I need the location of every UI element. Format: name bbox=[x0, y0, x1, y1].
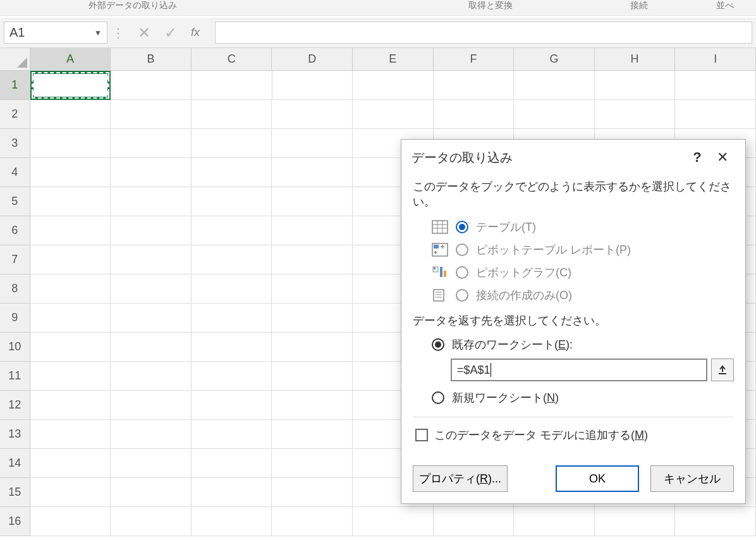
cell-G16[interactable] bbox=[514, 507, 595, 536]
cell-C16[interactable] bbox=[192, 507, 272, 536]
cell-D8[interactable] bbox=[272, 274, 353, 304]
cell-H1[interactable] bbox=[595, 71, 676, 100]
cell-B12[interactable] bbox=[111, 391, 192, 420]
row-header-3[interactable]: 3 bbox=[0, 129, 30, 158]
option-pivot-chart[interactable]: ピボットグラフ(C) bbox=[413, 261, 734, 284]
cell-A10[interactable] bbox=[30, 333, 111, 362]
column-header-I[interactable]: I bbox=[675, 48, 756, 71]
cell-C7[interactable] bbox=[192, 245, 272, 274]
cell-A15[interactable] bbox=[30, 478, 111, 507]
cell-C1[interactable] bbox=[192, 71, 272, 100]
formula-input[interactable] bbox=[215, 21, 752, 44]
row-header-15[interactable]: 15 bbox=[0, 478, 30, 507]
cell-D1[interactable] bbox=[272, 71, 353, 100]
radio-pivot-chart[interactable] bbox=[456, 266, 468, 279]
cell-C15[interactable] bbox=[192, 478, 272, 507]
cell-D5[interactable] bbox=[272, 187, 353, 216]
cell-B16[interactable] bbox=[111, 507, 192, 536]
cell-A14[interactable] bbox=[30, 449, 111, 478]
option-connection-only[interactable]: 接続の作成のみ(O) bbox=[413, 284, 734, 307]
cell-C9[interactable] bbox=[192, 304, 272, 333]
row-header-5[interactable]: 5 bbox=[0, 187, 30, 216]
radio-pivot-table[interactable] bbox=[456, 243, 468, 256]
row-header-14[interactable]: 14 bbox=[0, 449, 30, 478]
cell-C12[interactable] bbox=[192, 391, 272, 420]
row-header-11[interactable]: 11 bbox=[0, 362, 30, 391]
column-header-A[interactable]: A bbox=[30, 48, 111, 71]
cell-G1[interactable] bbox=[514, 71, 595, 100]
cell-G2[interactable] bbox=[514, 100, 595, 129]
properties-button[interactable]: プロパティ(R)... bbox=[413, 465, 508, 492]
cell-E16[interactable] bbox=[353, 507, 434, 536]
radio-new-worksheet[interactable] bbox=[432, 391, 444, 404]
cell-A1[interactable] bbox=[30, 71, 111, 100]
row-header-16[interactable]: 16 bbox=[0, 507, 30, 536]
range-reference-input[interactable]: =$A$1 bbox=[451, 359, 707, 381]
row-header-12[interactable]: 12 bbox=[0, 391, 30, 420]
cell-D4[interactable] bbox=[272, 158, 353, 187]
cell-C5[interactable] bbox=[192, 187, 272, 216]
option-pivot-table[interactable]: ピボットテーブル レポート(P) bbox=[413, 238, 734, 261]
cell-D7[interactable] bbox=[272, 245, 353, 274]
column-header-D[interactable]: D bbox=[272, 48, 353, 71]
cell-B13[interactable] bbox=[111, 420, 192, 449]
cell-F16[interactable] bbox=[434, 507, 515, 536]
cell-I2[interactable] bbox=[675, 100, 756, 129]
row-header-4[interactable]: 4 bbox=[0, 158, 30, 187]
cell-B5[interactable] bbox=[111, 187, 192, 216]
name-box[interactable]: A1 ▼ bbox=[4, 21, 107, 44]
cell-B6[interactable] bbox=[111, 216, 192, 245]
cell-D15[interactable] bbox=[272, 478, 353, 507]
column-header-F[interactable]: F bbox=[434, 48, 515, 71]
radio-table[interactable] bbox=[456, 221, 468, 233]
column-header-B[interactable]: B bbox=[111, 48, 192, 71]
radio-existing-worksheet[interactable] bbox=[432, 338, 444, 351]
cell-B2[interactable] bbox=[111, 100, 192, 129]
cell-H16[interactable] bbox=[595, 507, 676, 536]
cell-B9[interactable] bbox=[111, 304, 192, 333]
cell-F1[interactable] bbox=[434, 71, 515, 100]
cell-C2[interactable] bbox=[192, 100, 272, 129]
cell-D13[interactable] bbox=[272, 420, 353, 449]
dialog-close-button[interactable]: ✕ bbox=[710, 149, 735, 166]
cell-D6[interactable] bbox=[272, 216, 353, 245]
cell-D9[interactable] bbox=[272, 304, 353, 333]
cancel-formula-icon[interactable]: ✕ bbox=[138, 24, 150, 42]
cell-H2[interactable] bbox=[595, 100, 676, 129]
cell-C8[interactable] bbox=[192, 274, 272, 304]
cell-A12[interactable] bbox=[30, 391, 111, 420]
cell-C13[interactable] bbox=[192, 420, 272, 449]
row-header-8[interactable]: 8 bbox=[0, 274, 30, 304]
dialog-help-button[interactable]: ? bbox=[685, 149, 710, 166]
checkbox-add-to-data-model[interactable] bbox=[415, 429, 428, 441]
cell-D14[interactable] bbox=[272, 449, 353, 478]
cell-B3[interactable] bbox=[111, 129, 192, 158]
cell-A4[interactable] bbox=[30, 158, 111, 187]
row-header-1[interactable]: 1 bbox=[0, 71, 30, 100]
cell-B11[interactable] bbox=[111, 362, 192, 391]
cell-C10[interactable] bbox=[192, 333, 272, 362]
cell-F2[interactable] bbox=[434, 100, 515, 129]
cell-B10[interactable] bbox=[111, 333, 192, 362]
cell-I1[interactable] bbox=[675, 71, 756, 100]
row-header-7[interactable]: 7 bbox=[0, 245, 30, 274]
cell-D16[interactable] bbox=[272, 507, 353, 536]
range-picker-button[interactable] bbox=[711, 359, 734, 381]
cell-D12[interactable] bbox=[272, 391, 353, 420]
accept-formula-icon[interactable]: ✓ bbox=[164, 24, 177, 42]
cell-B14[interactable] bbox=[111, 449, 192, 478]
cell-D11[interactable] bbox=[272, 362, 353, 391]
cell-B1[interactable] bbox=[111, 71, 192, 100]
cell-D2[interactable] bbox=[272, 100, 353, 129]
column-header-G[interactable]: G bbox=[514, 48, 595, 71]
cell-A3[interactable] bbox=[30, 129, 111, 158]
ok-button[interactable]: OK bbox=[556, 465, 639, 492]
cell-A7[interactable] bbox=[30, 245, 111, 274]
insert-function-icon[interactable]: fx bbox=[191, 26, 200, 39]
select-all-triangle[interactable] bbox=[0, 48, 30, 71]
cancel-button[interactable]: キャンセル bbox=[650, 465, 734, 492]
cell-A16[interactable] bbox=[30, 507, 111, 536]
cell-D10[interactable] bbox=[272, 333, 353, 362]
cell-C3[interactable] bbox=[192, 129, 272, 158]
add-to-data-model-row[interactable]: このデータをデータ モデルに追加する(M) bbox=[413, 425, 734, 445]
